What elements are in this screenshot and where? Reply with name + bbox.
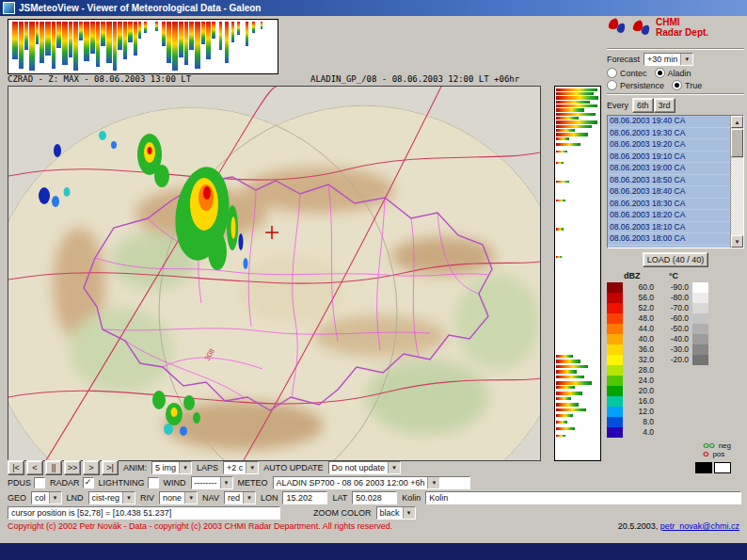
scroll-down-icon[interactable]: ▼ <box>731 235 743 248</box>
email-link[interactable]: petr_novak@chmi.cz <box>660 521 739 531</box>
scrollbar-thumb[interactable] <box>731 129 743 157</box>
lon-input[interactable]: 15.202 <box>282 491 327 504</box>
nav-button[interactable]: |< <box>8 460 24 475</box>
chevron-down-icon: ▼ <box>49 492 61 504</box>
legend-row: 36.0 -30.0 <box>607 344 744 355</box>
bottom-toolbar: |<<||>>>>| ANIM: 5 img ▼ LAPS +2 c ▼ AUT… <box>8 460 741 520</box>
every-buttons: 6th3rd <box>632 98 675 113</box>
lightning-symbol: OO <box>703 441 714 450</box>
temp-header: °C <box>669 271 678 282</box>
dbz-swatch <box>607 293 623 303</box>
scroll-up-icon[interactable]: ▲ <box>731 116 743 128</box>
dbz-value: 4.0 <box>623 427 658 438</box>
time-list-item[interactable]: 08.06.2003 18:00 CA <box>608 233 730 246</box>
time-list-item[interactable]: 08.06.2003 18:30 CA <box>608 199 730 211</box>
nav-color-select[interactable]: red ▼ <box>224 491 256 504</box>
riv-label: RIV <box>140 493 154 503</box>
meteo-select[interactable]: ALADIN SP700 - 08 06 2003 12:00 +6h ▼ <box>273 476 470 489</box>
checkbox-icon <box>148 477 159 488</box>
radio-option[interactable]: True <box>672 80 702 90</box>
legend-row: 60.0 -90.0 <box>607 282 744 293</box>
cursor-position-field: cursor position is [52,78] = [10.438 51.… <box>8 506 280 520</box>
temp-value: -20.0 <box>658 355 692 365</box>
nav-button[interactable]: || <box>45 460 62 475</box>
nav-button[interactable]: > <box>83 460 100 475</box>
dbz-value: 36.0 <box>623 344 658 355</box>
legend-row: 44.0 -50.0 <box>607 324 744 334</box>
chevron-down-icon: ▼ <box>427 477 439 488</box>
nav-button[interactable]: >| <box>102 460 119 475</box>
radar-product-label: CZRAD - Z: MAX - 08.06.2003 13:00 LT <box>8 74 310 85</box>
place-search-input[interactable]: Kolin <box>425 491 741 504</box>
temp-swatch <box>692 396 708 407</box>
radio-option[interactable]: Aladin <box>655 68 691 78</box>
time-list-item[interactable]: 08.06.2003 17:50 CA <box>608 246 730 248</box>
time-list-item[interactable]: 08.06.2003 19:20 CA <box>608 139 730 152</box>
control-panel: CHMI Radar Dept. Forecast +30 min ▼ Cont… <box>607 17 744 520</box>
time-list-item[interactable]: 08.06.2003 19:10 CA <box>608 152 730 164</box>
geo-label: GEO <box>8 493 26 503</box>
time-list-item[interactable]: 08.06.2003 18:50 CA <box>608 175 730 187</box>
time-list-item[interactable]: 08.06.2003 19:40 CA <box>608 116 730 128</box>
lat-input[interactable]: 50.028 <box>352 491 397 504</box>
legend-row: 20.0 <box>607 386 744 396</box>
scrollbar-track[interactable] <box>731 158 743 235</box>
dbz-swatch <box>607 365 623 376</box>
pdus-checkbox[interactable]: PDUS <box>8 477 45 488</box>
map-header: CZRAD - Z: MAX - 08.06.2003 13:00 LT ALA… <box>8 74 540 85</box>
time-list-item[interactable]: 08.06.2003 18:40 CA <box>608 186 730 199</box>
time-listbox[interactable]: 08.06.2003 19:40 CA08.06.2003 19:30 CA08… <box>607 115 744 248</box>
temp-value: -30.0 <box>658 344 692 355</box>
dbz-swatch <box>607 396 623 407</box>
title-bar[interactable]: JSMeteoView - Viewer of Meteorological D… <box>0 0 747 16</box>
nav-button[interactable]: < <box>26 460 43 475</box>
load-button[interactable]: LOAD (40 / 40) <box>643 252 709 267</box>
radio-option[interactable]: Persistence <box>607 80 664 90</box>
wind-select[interactable]: -------- ▼ <box>191 476 233 489</box>
autoupdate-select[interactable]: Do not update ▼ <box>328 461 402 474</box>
dbz-swatch <box>607 407 623 417</box>
temp-swatch <box>692 344 708 355</box>
every-step-button[interactable]: 3rd <box>654 98 675 113</box>
dbz-value: 28.0 <box>623 365 658 376</box>
time-list-item[interactable]: 08.06.2003 18:10 CA <box>608 222 730 234</box>
legend-row: 8.0 <box>607 417 744 427</box>
riv-select[interactable]: none ▼ <box>159 491 198 504</box>
wind-label: WIND <box>164 478 186 488</box>
time-list-item[interactable]: 08.06.2003 19:00 CA <box>608 163 730 175</box>
app-window: JSMeteoView - Viewer of Meteorological D… <box>0 0 747 560</box>
legend-row: 4.0 <box>607 427 744 438</box>
time-list-item[interactable]: 08.06.2003 18:20 CA <box>608 210 730 222</box>
dbz-swatch <box>607 324 623 334</box>
laps-select[interactable]: +2 c ▼ <box>223 461 259 474</box>
chevron-down-icon: ▼ <box>184 492 197 504</box>
radar-timeseries-strip <box>8 19 278 74</box>
time-list-item[interactable]: 08.06.2003 19:30 CA <box>608 128 730 140</box>
temp-swatch <box>692 376 708 386</box>
forecast-select[interactable]: +30 min ▼ <box>644 53 693 66</box>
every-step-button[interactable]: 6th <box>632 98 654 113</box>
temp-swatch <box>692 324 708 334</box>
lnd-select[interactable]: cist-reg ▼ <box>88 491 136 504</box>
zoom-color-select[interactable]: black ▼ <box>376 506 416 520</box>
radio-icon <box>655 68 665 78</box>
meteo-label: METEO <box>238 478 268 488</box>
dept-name: Radar Dept. <box>656 27 708 38</box>
radio-option[interactable]: Contec <box>607 68 647 78</box>
radar-checkbox[interactable]: RADAR <box>50 477 94 488</box>
dbz-swatch <box>607 282 623 293</box>
anim-select[interactable]: 5 img ▼ <box>151 461 192 474</box>
radar-map[interactable]: 308 <box>8 86 541 461</box>
lightning-checkbox[interactable]: LIGHTNING <box>99 477 159 488</box>
temp-value: -50.0 <box>658 324 692 334</box>
color-legend: dBZ °C 60.0 -90.0 56.0 -80.0 <box>607 271 744 473</box>
chevron-down-icon: ▼ <box>246 462 258 473</box>
scrollbar[interactable]: ▲ ▼ <box>730 116 743 248</box>
divider <box>607 48 744 50</box>
status-bar: Copyright (c) 2002 Petr Novák - Data - c… <box>8 521 739 531</box>
chevron-down-icon: ▼ <box>403 507 415 519</box>
lightning-label: neg <box>719 441 731 450</box>
nav-button[interactable]: >> <box>64 460 81 475</box>
temp-swatch <box>692 386 708 396</box>
geo-select[interactable]: col ▼ <box>31 491 62 504</box>
